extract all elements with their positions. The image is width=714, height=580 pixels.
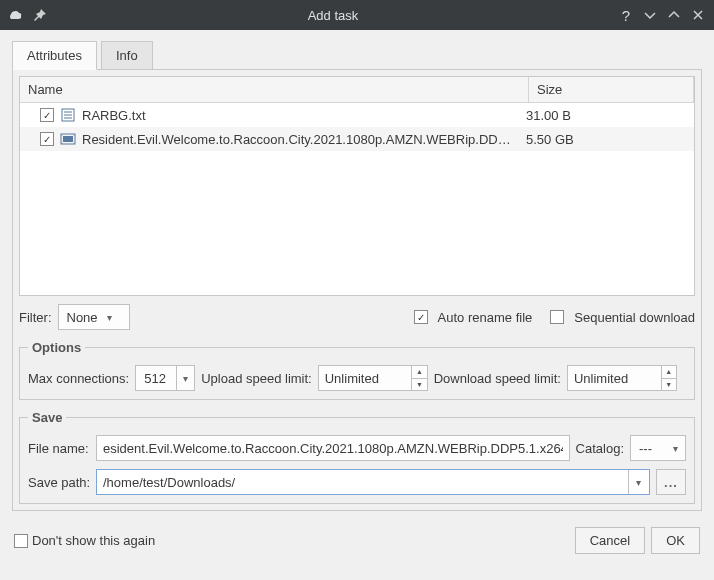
filter-value: None [67,310,98,325]
file-table-header: Name Size [20,77,694,103]
help-icon[interactable]: ? [618,7,634,23]
max-connections-label: Max connections: [28,371,129,386]
row-filename: RARBG.txt [82,108,526,123]
options-group: Options Max connections: 512 ▾ Upload sp… [19,340,695,400]
filter-select[interactable]: None ▾ [58,304,130,330]
spin-buttons[interactable]: ▲▼ [411,366,426,390]
app-icon [8,7,24,23]
tab-panel-attributes: Name Size ✓ RARBG.txt 31.00 B ✓ [12,69,702,511]
browse-button[interactable]: ... [656,469,686,495]
spin-up[interactable]: ▲ [662,366,676,379]
tab-info[interactable]: Info [101,41,153,70]
download-limit-label: Download speed limit: [434,371,561,386]
chevron-down-icon: ▾ [176,366,194,390]
text-icon [60,107,76,123]
file-table: Name Size ✓ RARBG.txt 31.00 B ✓ [19,76,695,296]
filter-label: Filter: [19,310,52,325]
maximize-icon[interactable] [666,7,682,23]
row-checkbox[interactable]: ✓ [40,108,54,122]
catalog-label: Catalog: [576,441,624,456]
bottom-bar: Don't show this again Cancel OK [0,519,714,562]
file-table-body: ✓ RARBG.txt 31.00 B ✓ Resident.Evil.Welc… [20,103,694,295]
svg-point-6 [62,135,63,136]
window-title: Add task [48,8,618,23]
filename-value[interactable] [103,441,563,456]
spin-down[interactable]: ▼ [662,379,676,391]
titlebar: Add task ? [0,0,714,30]
filename-input[interactable] [96,435,570,461]
save-group: Save File name: Catalog: --- ▾ Save path… [19,410,695,504]
video-icon [60,131,76,147]
sequential-checkbox[interactable] [550,310,564,324]
download-limit-value[interactable] [574,371,661,386]
upload-limit-label: Upload speed limit: [201,371,312,386]
tab-bar: Attributes Info [12,41,702,70]
row-filename: Resident.Evil.Welcome.to.Raccoon.City.20… [82,132,526,147]
cancel-button[interactable]: Cancel [575,527,645,554]
minimize-icon[interactable] [642,7,658,23]
save-legend: Save [28,410,66,425]
catalog-select[interactable]: --- ▾ [630,435,686,461]
row-size: 31.00 B [526,108,686,123]
download-limit-input[interactable]: ▲▼ [567,365,677,391]
filter-row: Filter: None ▾ Auto rename file Sequenti… [19,304,695,330]
svg-point-8 [74,135,75,136]
table-row[interactable]: ✓ RARBG.txt 31.00 B [20,103,694,127]
tab-attributes[interactable]: Attributes [12,41,97,70]
chevron-down-icon: ▾ [667,443,683,454]
max-connections-value: 512 [144,371,166,386]
max-connections-select[interactable]: 512 ▾ [135,365,195,391]
row-checkbox[interactable]: ✓ [40,132,54,146]
pin-icon[interactable] [32,7,48,23]
row-size: 5.50 GB [526,132,686,147]
ok-button[interactable]: OK [651,527,700,554]
dont-show-label[interactable]: Don't show this again [32,533,155,548]
options-legend: Options [28,340,85,355]
close-icon[interactable] [690,7,706,23]
auto-rename-checkbox[interactable] [414,310,428,324]
savepath-input[interactable]: ▾ [96,469,650,495]
svg-point-9 [74,143,75,144]
col-size[interactable]: Size [529,77,694,102]
chevron-down-icon: ▾ [102,312,118,323]
table-row[interactable]: ✓ Resident.Evil.Welcome.to.Raccoon.City.… [20,127,694,151]
savepath-label: Save path: [28,475,90,490]
auto-rename-label[interactable]: Auto rename file [438,310,533,325]
spin-down[interactable]: ▼ [412,379,426,391]
catalog-value: --- [639,441,652,456]
spin-up[interactable]: ▲ [412,366,426,379]
col-name[interactable]: Name [20,77,529,102]
spin-buttons[interactable]: ▲▼ [661,366,676,390]
chevron-down-icon[interactable]: ▾ [628,470,649,494]
filename-label: File name: [28,441,90,456]
svg-rect-5 [63,136,73,142]
dont-show-checkbox[interactable] [14,534,28,548]
svg-point-7 [62,143,63,144]
upload-limit-input[interactable]: ▲▼ [318,365,428,391]
savepath-value[interactable] [97,475,628,490]
sequential-label[interactable]: Sequential download [574,310,695,325]
upload-limit-value[interactable] [325,371,412,386]
